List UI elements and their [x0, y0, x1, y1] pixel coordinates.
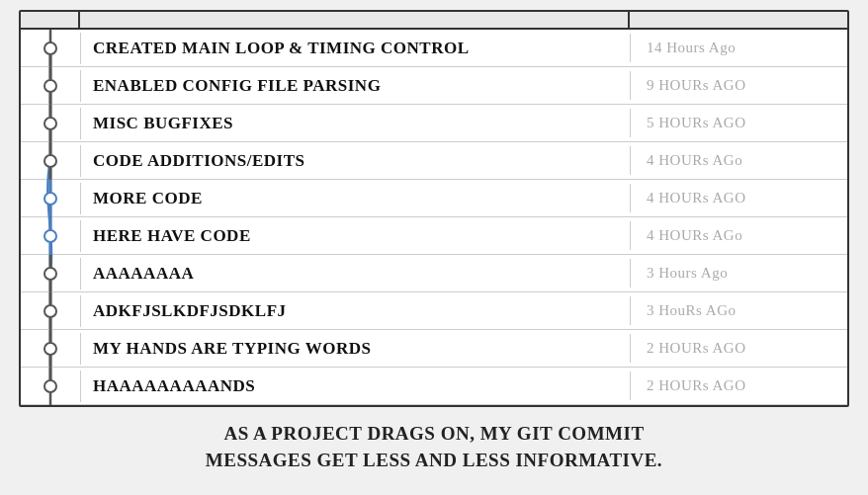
graph-cell	[21, 292, 80, 329]
commit-comment: CODE ADDITIONS/EDITS	[80, 145, 630, 177]
commit-date: 5 HOURs AGO	[630, 109, 847, 137]
commit-date: 9 HOURs AGO	[630, 71, 847, 100]
table-row: CREATED MAIN LOOP & TIMING CONTROL14 Hou…	[21, 30, 847, 67]
graph-cell	[21, 255, 80, 291]
graph-cell	[21, 368, 80, 404]
commit-circle	[43, 79, 57, 93]
commit-date: 3 HouRs AGo	[630, 296, 847, 325]
table-row: CODE ADDITIONS/EDITS4 HOURs AGo	[21, 142, 847, 180]
commit-circle	[43, 154, 57, 168]
commit-circle	[43, 229, 57, 243]
commit-circle	[43, 192, 57, 206]
commit-comment: ENABLED CONFIG FILE PARSING	[80, 70, 630, 102]
comic-container: CREATED MAIN LOOP & TIMING CONTROL14 Hou…	[0, 0, 868, 495]
graph-cell	[21, 142, 80, 179]
table-header	[21, 12, 847, 30]
table-row: HERE HAVE CODE4 HOURs AGo	[21, 217, 847, 255]
graph-cell	[21, 217, 80, 254]
commit-comment: MY HANDS ARE TYPING WORDS	[80, 333, 630, 365]
commit-circle	[43, 41, 57, 55]
commit-date: 4 HOURs AGo	[630, 221, 847, 250]
date-header	[630, 12, 847, 28]
commit-comment: ADKFJSLKDFJSDKLFJ	[80, 295, 630, 327]
commit-circle	[43, 267, 57, 281]
graph-header	[21, 12, 80, 28]
table-body: CREATED MAIN LOOP & TIMING CONTROL14 Hou…	[21, 30, 847, 405]
commit-circle	[43, 342, 57, 356]
caption: AS A PROJECT DRAGS ON, MY GIT COMMITMESS…	[19, 421, 849, 473]
table-row: ADKFJSLKDFJSDKLFJ3 HouRs AGo	[21, 292, 847, 330]
commit-circle	[43, 304, 57, 318]
table-row: MISC BUGFIXES5 HOURs AGO	[21, 105, 847, 142]
graph-cell	[21, 180, 80, 216]
graph-cell	[21, 330, 80, 367]
table-row: MY HANDS ARE TYPING WORDS2 HOURs AGO	[21, 330, 847, 368]
commit-date: 4 HOURs AGo	[630, 146, 847, 175]
table-row: MORE CODE4 HOURs AGO	[21, 180, 847, 217]
table-row: HAAAAAAAAANDS2 HOURs AGO	[21, 368, 847, 405]
commit-comment: MORE CODE	[80, 183, 630, 214]
comment-header	[80, 12, 630, 28]
graph-cell	[21, 105, 80, 141]
commit-comment: HAAAAAAAAANDS	[80, 371, 630, 402]
commit-comment: HERE HAVE CODE	[80, 220, 630, 252]
commit-date: 3 Hours Ago	[630, 259, 847, 288]
commit-date: 4 HOURs AGO	[630, 184, 847, 212]
commit-table: CREATED MAIN LOOP & TIMING CONTROL14 Hou…	[19, 10, 849, 407]
table-row: AAAAAAAA3 Hours Ago	[21, 255, 847, 292]
graph-cell	[21, 30, 80, 66]
commit-comment: MISC BUGFIXES	[80, 108, 630, 139]
commit-date: 2 HOURs AGO	[630, 334, 847, 363]
commit-comment: AAAAAAAA	[80, 258, 630, 289]
table-row: ENABLED CONFIG FILE PARSING9 HOURs AGO	[21, 67, 847, 105]
commit-circle	[43, 379, 57, 393]
commit-date: 14 Hours Ago	[630, 34, 847, 62]
commit-comment: CREATED MAIN LOOP & TIMING CONTROL	[80, 33, 630, 64]
commit-date: 2 HOURs AGO	[630, 371, 847, 400]
commit-circle	[43, 117, 57, 130]
graph-cell	[21, 67, 80, 104]
